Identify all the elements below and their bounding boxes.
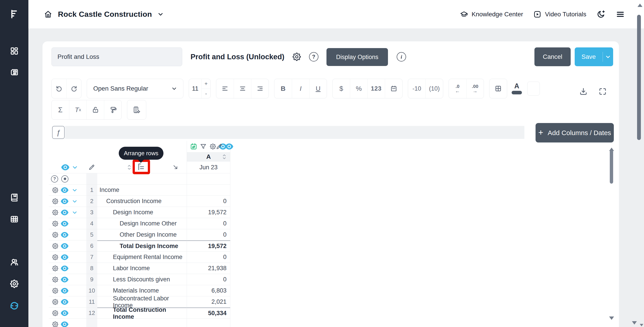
row-value[interactable]: 0 bbox=[187, 229, 230, 240]
align-left-button[interactable] bbox=[216, 79, 234, 98]
report-settings-icon[interactable] bbox=[292, 52, 302, 62]
font-size-decrease[interactable]: - bbox=[202, 89, 210, 98]
column-filter-icon[interactable] bbox=[200, 143, 206, 150]
date-column-header[interactable]: Jun 23 bbox=[187, 162, 230, 173]
date-format-button[interactable] bbox=[385, 79, 402, 98]
row-value[interactable]: 19,572 bbox=[187, 240, 230, 252]
row-label[interactable]: Total Construction Income bbox=[97, 308, 187, 318]
page-scrollbar-thumb[interactable] bbox=[637, 15, 641, 140]
parentheses-format-button[interactable]: (10) bbox=[426, 79, 443, 98]
decrease-decimal-button[interactable]: .0 ← bbox=[449, 79, 466, 98]
app-logo-icon[interactable] bbox=[10, 9, 19, 19]
grid-scrollbar[interactable] bbox=[609, 144, 614, 323]
row-visibility-icon[interactable] bbox=[61, 198, 68, 204]
borders-button[interactable] bbox=[490, 79, 507, 98]
row-visibility-icon[interactable] bbox=[61, 209, 68, 216]
row-settings-icon[interactable] bbox=[52, 265, 58, 272]
sidebar-dashboard-icon[interactable] bbox=[10, 46, 19, 56]
percent-format-button[interactable]: % bbox=[350, 79, 368, 98]
row-visibility-toggle-icon[interactable] bbox=[61, 175, 68, 182]
column-visibility-icon[interactable] bbox=[225, 143, 233, 150]
align-center-button[interactable] bbox=[234, 79, 251, 98]
row-value[interactable]: 0 bbox=[187, 274, 230, 285]
text-color-button[interactable]: A bbox=[512, 79, 522, 98]
display-options-button[interactable]: Display Options bbox=[326, 48, 388, 66]
row-collapse-icon[interactable] bbox=[72, 198, 77, 204]
row-settings-icon[interactable] bbox=[52, 321, 58, 327]
redo-button[interactable] bbox=[66, 79, 81, 98]
row-sort-icon[interactable] bbox=[126, 164, 132, 170]
row-value[interactable]: 50,334 bbox=[187, 308, 230, 318]
column-settings-icon[interactable] bbox=[210, 143, 216, 150]
undo-button[interactable] bbox=[52, 79, 66, 98]
column-sort-icon[interactable] bbox=[222, 154, 227, 160]
row-collapse-icon[interactable] bbox=[72, 210, 77, 215]
row-visibility-icon[interactable] bbox=[61, 187, 68, 193]
fill-color-button[interactable] bbox=[527, 82, 540, 96]
row-label[interactable]: Total Design Income bbox=[97, 240, 187, 252]
edit-column-icon[interactable] bbox=[216, 143, 222, 150]
download-icon[interactable] bbox=[579, 87, 588, 96]
column-a-header[interactable]: A bbox=[187, 152, 230, 162]
font-size-increase[interactable]: + bbox=[202, 79, 210, 89]
clear-formatting-button[interactable]: Tx bbox=[69, 100, 86, 120]
row-label[interactable]: Design Income bbox=[97, 207, 187, 218]
cancel-button[interactable]: Cancel bbox=[534, 48, 571, 66]
increase-decimal-button[interactable]: .00 → bbox=[466, 79, 484, 98]
font-family-select[interactable]: Open Sans Regular bbox=[87, 79, 183, 98]
row-settings-icon[interactable] bbox=[52, 187, 58, 194]
row-visibility-icon[interactable] bbox=[61, 232, 68, 238]
row-settings-icon[interactable] bbox=[52, 276, 58, 283]
currency-format-button[interactable]: $ bbox=[332, 79, 350, 98]
expand-diagonal-icon[interactable] bbox=[172, 164, 179, 171]
sidebar-sync-icon[interactable] bbox=[10, 301, 19, 311]
sidebar-settings-icon[interactable] bbox=[10, 279, 19, 288]
number-format-button[interactable]: 123 bbox=[368, 79, 385, 98]
page-scroll-down-icon[interactable] bbox=[632, 321, 637, 324]
row-value[interactable] bbox=[187, 184, 230, 196]
save-button[interactable]: Save bbox=[575, 48, 613, 66]
knowledge-center-link[interactable]: Knowledge Center bbox=[460, 10, 523, 18]
page-scroll-up-icon[interactable] bbox=[638, 4, 642, 7]
row-settings-icon[interactable] bbox=[52, 220, 58, 227]
row-label[interactable]: Construction Income bbox=[97, 196, 187, 207]
row-value[interactable]: 6,803 bbox=[187, 285, 230, 296]
video-tutorials-link[interactable]: Video Tutorials bbox=[533, 10, 586, 18]
font-size-value[interactable]: 11 bbox=[189, 79, 202, 98]
row-label[interactable]: Equipment Rental Income bbox=[97, 252, 187, 262]
row-value[interactable]: 19,572 bbox=[187, 207, 230, 218]
row-settings-icon[interactable] bbox=[52, 254, 58, 260]
corner-scroll-down-icon[interactable] bbox=[640, 324, 643, 326]
row-value[interactable]: 21,938 bbox=[187, 263, 230, 274]
row-label[interactable]: Income bbox=[97, 184, 187, 196]
column-settings-button[interactable] bbox=[127, 100, 146, 120]
report-name-input[interactable] bbox=[52, 48, 182, 66]
row-collapse-icon[interactable] bbox=[72, 188, 77, 193]
column-date-sync-icon[interactable] bbox=[190, 143, 197, 150]
row-settings-icon[interactable] bbox=[52, 310, 58, 316]
row-label[interactable]: Less Discounts given bbox=[97, 274, 187, 285]
underline-button[interactable]: U bbox=[309, 79, 327, 98]
row-visibility-icon[interactable] bbox=[61, 243, 68, 249]
sidebar-reports-icon[interactable] bbox=[10, 68, 19, 77]
align-right-button[interactable] bbox=[251, 79, 268, 98]
row-settings-icon[interactable] bbox=[52, 198, 58, 205]
edit-rows-icon[interactable] bbox=[88, 164, 95, 171]
save-dropdown-icon[interactable] bbox=[603, 54, 613, 60]
info-icon[interactable]: i bbox=[397, 52, 406, 62]
row-visibility-icon[interactable] bbox=[61, 288, 68, 294]
dark-mode-icon[interactable] bbox=[596, 10, 606, 19]
row-value[interactable]: 0 bbox=[187, 252, 230, 262]
add-columns-button[interactable]: + Add Columns / Dates bbox=[536, 123, 614, 142]
row-settings-icon[interactable] bbox=[52, 243, 58, 250]
sidebar-spreadsheet-icon[interactable] bbox=[10, 215, 19, 224]
row-value[interactable]: 0 bbox=[187, 196, 230, 207]
row-visibility-icon[interactable] bbox=[61, 254, 68, 260]
formula-icon[interactable]: ƒ bbox=[52, 126, 64, 139]
row-label[interactable]: Labor Income bbox=[97, 263, 187, 274]
arrange-rows-icon[interactable] bbox=[135, 162, 148, 172]
row-visibility-icon[interactable] bbox=[61, 265, 68, 271]
formula-input[interactable] bbox=[65, 126, 524, 139]
row-settings-icon[interactable] bbox=[52, 209, 58, 216]
sidebar-ledger-icon[interactable] bbox=[10, 193, 19, 202]
